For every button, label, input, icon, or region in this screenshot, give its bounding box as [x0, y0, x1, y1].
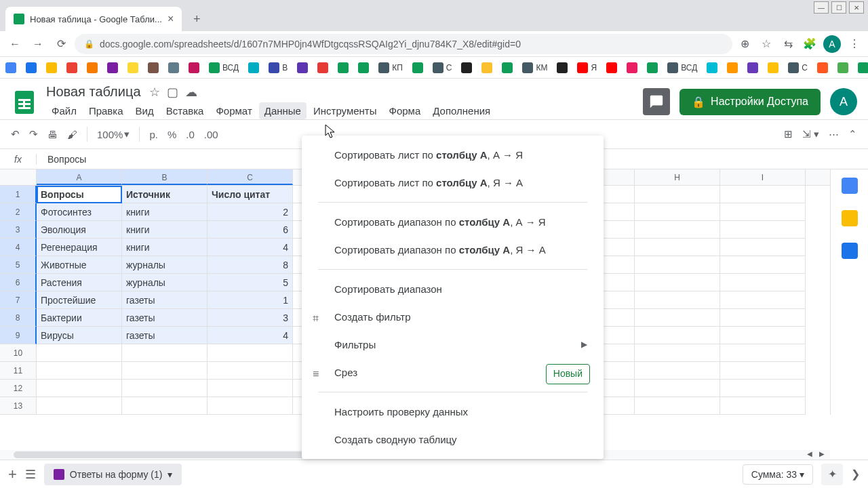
sheets-logo[interactable]	[11, 88, 38, 115]
calendar-icon[interactable]	[842, 178, 858, 194]
cell[interactable]: газеты	[122, 327, 208, 344]
star-icon[interactable]: ☆	[758, 36, 774, 52]
sort-range-custom[interactable]: Сортировать диапазон	[302, 275, 604, 303]
bookmark-item[interactable]: С	[433, 62, 452, 73]
all-sheets-button[interactable]: ☰	[25, 467, 36, 482]
bookmark-item[interactable]	[481, 62, 492, 73]
cell[interactable]	[720, 221, 806, 239]
new-tab-button[interactable]: +	[187, 9, 206, 28]
cell[interactable]: Животные	[37, 256, 122, 274]
close-window-button[interactable]: ✕	[849, 1, 864, 14]
cell[interactable]	[635, 309, 720, 327]
bookmark-item[interactable]: Я	[577, 62, 597, 73]
sort-range-az[interactable]: Сортировать диапазон по столбцу A, А → Я	[302, 208, 604, 236]
bookmark-item[interactable]	[46, 62, 57, 73]
bookmark-item[interactable]: В	[269, 62, 288, 73]
bookmark-item[interactable]	[858, 62, 868, 73]
row-header[interactable]: 1	[0, 186, 37, 203]
add-sheet-button[interactable]: +	[8, 466, 17, 483]
cell[interactable]	[37, 362, 122, 380]
cell[interactable]: журналы	[122, 256, 208, 274]
cell[interactable]	[720, 274, 806, 291]
bookmark-item[interactable]	[647, 62, 658, 73]
cell[interactable]: Регенерация	[37, 239, 122, 256]
cell[interactable]: 4	[208, 239, 293, 256]
bookmark-item[interactable]	[727, 62, 738, 73]
zoom-icon[interactable]: ⊕	[736, 36, 753, 52]
borders-button[interactable]: ⊞	[784, 128, 793, 140]
row-header[interactable]: 2	[0, 203, 37, 221]
minimize-button[interactable]: —	[814, 1, 829, 14]
decrease-decimal-button[interactable]: .0	[186, 129, 195, 140]
share-button[interactable]: 🔒 Настройки Доступа	[679, 89, 821, 115]
cell[interactable]: Простейшие	[37, 291, 122, 309]
bookmark-item[interactable]	[107, 62, 118, 73]
cell[interactable]: Эволюция	[37, 221, 122, 239]
cell[interactable]	[635, 256, 720, 274]
bookmark-item[interactable]	[747, 62, 758, 73]
menu-дополнения[interactable]: Дополнения	[427, 102, 496, 119]
row-header[interactable]: 12	[0, 380, 37, 397]
cell[interactable]	[635, 362, 720, 380]
data-validation[interactable]: Настроить проверку данных	[302, 398, 604, 426]
cell[interactable]	[208, 362, 293, 380]
cell[interactable]: Число цитат	[208, 186, 293, 203]
browser-tab[interactable]: Новая таблица - Google Табли... ×	[5, 7, 182, 31]
zoom-selector[interactable]: 100% ▾	[97, 128, 130, 140]
row-header[interactable]: 6	[0, 274, 37, 291]
cell[interactable]	[720, 239, 806, 256]
cell[interactable]	[635, 203, 720, 221]
cell[interactable]	[720, 186, 806, 203]
pivot-table[interactable]: Создать сводную таблицу	[302, 426, 604, 453]
chrome-menu-icon[interactable]: ⋮	[846, 36, 863, 52]
reload-button[interactable]: ⟳	[52, 35, 71, 54]
percent-button[interactable]: %	[167, 129, 176, 140]
cell[interactable]	[720, 309, 806, 327]
cell[interactable]	[720, 397, 806, 415]
row-header[interactable]: 3	[0, 221, 37, 239]
print-button[interactable]: 🖶	[47, 129, 58, 140]
bookmark-item[interactable]	[248, 62, 259, 73]
bookmark-item[interactable]	[87, 62, 98, 73]
move-doc-icon[interactable]: ▢	[167, 85, 178, 100]
menu-формат[interactable]: Формат	[210, 102, 257, 119]
collapse-toolbar-button[interactable]: ⌃	[848, 128, 857, 140]
cell[interactable]	[37, 397, 122, 415]
filters-submenu[interactable]: Фильтры▶	[302, 331, 604, 359]
cell[interactable]: книги	[122, 221, 208, 239]
cell[interactable]: журналы	[122, 274, 208, 291]
bookmark-item[interactable]	[837, 62, 848, 73]
cell[interactable]	[208, 380, 293, 397]
cell[interactable]: Растения	[37, 274, 122, 291]
cell[interactable]	[635, 380, 720, 397]
cell[interactable]	[635, 344, 720, 362]
col-header-I[interactable]: I	[720, 169, 806, 185]
cell[interactable]: 1	[208, 291, 293, 309]
menu-правка[interactable]: Правка	[83, 102, 129, 119]
bookmark-item[interactable]	[461, 62, 472, 73]
sum-indicator[interactable]: Сумма: 33 ▾	[743, 464, 813, 485]
col-header-B[interactable]: B	[122, 169, 208, 185]
cell[interactable]	[122, 344, 208, 362]
bookmark-item[interactable]	[557, 62, 568, 73]
bookmark-item[interactable]	[26, 62, 37, 73]
cell[interactable]	[37, 380, 122, 397]
row-header[interactable]: 4	[0, 239, 37, 256]
menu-инструменты[interactable]: Инструменты	[308, 102, 382, 119]
extensions-icon[interactable]: 🧩	[802, 36, 818, 52]
row-header[interactable]: 10	[0, 344, 37, 362]
bookmark-item[interactable]	[168, 62, 179, 73]
cell[interactable]	[122, 397, 208, 415]
cell[interactable]: Вопросы	[37, 186, 122, 203]
cell[interactable]: книги	[122, 239, 208, 256]
bookmark-item[interactable]	[189, 62, 199, 73]
url-field[interactable]: 🔒 docs.google.com/spreadsheets/d/1607n7M…	[75, 34, 732, 54]
bookmark-item[interactable]	[297, 62, 308, 73]
menu-форма[interactable]: Форма	[384, 102, 427, 119]
cell[interactable]	[720, 362, 806, 380]
bookmark-item[interactable]: КП	[378, 62, 403, 73]
cell[interactable]: 5	[208, 274, 293, 291]
cell[interactable]: 4	[208, 327, 293, 344]
cell[interactable]	[122, 380, 208, 397]
cell[interactable]	[720, 344, 806, 362]
